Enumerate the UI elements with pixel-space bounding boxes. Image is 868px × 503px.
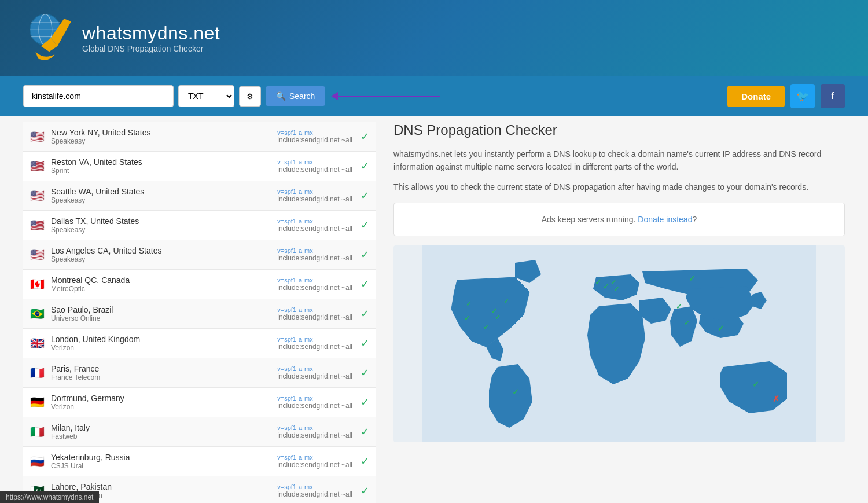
donate-link[interactable]: Donate instead bbox=[638, 215, 692, 224]
country-flag: 🇬🇧 bbox=[30, 338, 45, 348]
isp-name: Speakeasy bbox=[51, 137, 277, 145]
location-name: Los Angeles CA, United States bbox=[51, 246, 277, 255]
country-flag: 🇩🇪 bbox=[30, 397, 45, 407]
location-info: Dortmund, Germany Verizon bbox=[51, 394, 277, 411]
dns-main: v=spf1 a mx bbox=[277, 247, 352, 254]
location-name: Milan, Italy bbox=[51, 423, 277, 432]
country-flag: 🇺🇸 bbox=[30, 161, 45, 171]
arrow-line bbox=[336, 96, 440, 97]
svg-text:✓: ✓ bbox=[689, 274, 696, 283]
location-info: Milan, Italy Fastweb bbox=[51, 423, 277, 440]
twitter-button[interactable]: 🐦 bbox=[790, 84, 815, 108]
status-icon: ✓ bbox=[361, 130, 369, 143]
dns-values: v=spf1 a mx include:sendgrid.net ~all bbox=[277, 395, 352, 410]
facebook-button[interactable]: f bbox=[821, 84, 845, 108]
settings-button[interactable]: ⚙ bbox=[239, 86, 261, 107]
status-icon: ✓ bbox=[361, 425, 369, 438]
search-button[interactable]: 🔍 Search bbox=[266, 86, 325, 106]
record-type-select[interactable]: TXT A AAAA MX CNAME NS bbox=[178, 85, 234, 107]
svg-text:✓: ✓ bbox=[466, 300, 472, 308]
dns-secondary: include:sendgrid.net ~all bbox=[277, 195, 352, 203]
logo-icon bbox=[23, 10, 75, 65]
isp-name: MetroOptic bbox=[51, 285, 277, 293]
location-info: Dallas TX, United States Speakeasy bbox=[51, 216, 277, 234]
country-flag: 🇷🇺 bbox=[30, 456, 45, 467]
social-buttons: Donate 🐦 f bbox=[727, 84, 845, 108]
location-name: Sao Paulo, Brazil bbox=[51, 305, 277, 314]
svg-text:✓: ✓ bbox=[718, 324, 724, 333]
table-row: 🇮🇹 Milan, Italy Fastweb v=spf1 a mx incl… bbox=[23, 417, 376, 447]
dns-values: v=spf1 a mx include:sendgrid.net ~all bbox=[277, 188, 352, 203]
svg-text:✓: ✓ bbox=[503, 297, 509, 305]
status-url: https://www.whatsmydns.net bbox=[6, 493, 93, 501]
svg-text:✓: ✓ bbox=[613, 285, 619, 293]
location-name: Montreal QC, Canada bbox=[51, 276, 277, 285]
country-flag: 🇨🇦 bbox=[30, 279, 45, 289]
info-panel: DNS Propagation Checker whatsmydns.net l… bbox=[376, 122, 845, 503]
status-icon: ✓ bbox=[361, 455, 369, 468]
country-flag: 🇧🇷 bbox=[30, 309, 45, 319]
dns-values: v=spf1 a mx include:sendgrid.net ~all bbox=[277, 454, 352, 469]
dns-values: v=spf1 a mx include:sendgrid.net ~all bbox=[277, 218, 352, 233]
arrow-indicator bbox=[336, 96, 440, 97]
location-info: Sao Paulo, Brazil Universo Online bbox=[51, 305, 277, 322]
dns-secondary: include:sendgrid.net ~all bbox=[277, 431, 352, 439]
svg-text:✗: ✗ bbox=[773, 394, 779, 403]
dns-secondary: include:sendgrid.net ~all bbox=[277, 225, 352, 233]
location-info: Seattle WA, United States Speakeasy bbox=[51, 187, 277, 204]
dns-secondary: include:sendgrid.net ~all bbox=[277, 313, 352, 321]
table-row: 🇷🇺 Yekaterinburg, Russia CSJS Ural v=spf… bbox=[23, 447, 376, 476]
dns-main: v=spf1 a mx bbox=[277, 306, 352, 313]
isp-name: France Telecom bbox=[51, 373, 277, 381]
dns-secondary: include:sendgrid.net ~all bbox=[277, 166, 352, 174]
info-desc-1: whatsmydns.net lets you instantly perfor… bbox=[393, 148, 845, 174]
dns-secondary: include:sendgrid.net ~all bbox=[277, 402, 352, 410]
dns-values: v=spf1 a mx include:sendgrid.net ~all bbox=[277, 424, 352, 439]
donate-button[interactable]: Donate bbox=[727, 86, 785, 107]
status-icon: ✓ bbox=[361, 248, 369, 261]
svg-text:✓: ✓ bbox=[752, 380, 759, 389]
location-name: Paris, France bbox=[51, 364, 277, 373]
dns-main: v=spf1 a mx bbox=[277, 159, 352, 166]
location-info: London, United Kingdom Verizon bbox=[51, 335, 277, 352]
twitter-icon: 🐦 bbox=[796, 90, 809, 102]
dns-main: v=spf1 a mx bbox=[277, 188, 352, 195]
isp-name: Sprint bbox=[51, 167, 277, 175]
location-name: New York NY, United States bbox=[51, 128, 277, 137]
country-flag: 🇺🇸 bbox=[30, 190, 45, 201]
isp-name: Fastweb bbox=[51, 432, 277, 440]
search-bar: TXT A AAAA MX CNAME NS ⚙ 🔍 Search Donate… bbox=[0, 76, 868, 116]
dns-values: v=spf1 a mx include:sendgrid.net ~all bbox=[277, 336, 352, 351]
dns-values: v=spf1 a mx include:sendgrid.net ~all bbox=[277, 483, 352, 498]
map-svg: ✓ ✓ ✓ ✓ ✓ ✓ ✓ ✓ ✓ ✓ ✓ bbox=[393, 245, 845, 442]
dns-secondary: include:sendgrid.net ~all bbox=[277, 461, 352, 469]
status-bar: https://www.whatsmydns.net bbox=[0, 491, 99, 503]
dns-values: v=spf1 a mx include:sendgrid.net ~all bbox=[277, 365, 352, 380]
table-row: 🇺🇸 Reston VA, United States Sprint v=spf… bbox=[23, 152, 376, 181]
location-info: Montreal QC, Canada MetroOptic bbox=[51, 276, 277, 293]
status-icon: ✓ bbox=[361, 337, 369, 350]
dns-values: v=spf1 a mx include:sendgrid.net ~all bbox=[277, 159, 352, 174]
location-name: Yekaterinburg, Russia bbox=[51, 453, 277, 462]
header: whatsmydns.net Global DNS Propagation Ch… bbox=[0, 0, 868, 76]
search-input[interactable] bbox=[23, 85, 174, 107]
svg-text:✓: ✓ bbox=[676, 303, 682, 311]
location-info: Los Angeles CA, United States Speakeasy bbox=[51, 246, 277, 263]
gear-icon: ⚙ bbox=[247, 92, 253, 101]
table-row: 🇩🇪 Dortmund, Germany Verizon v=spf1 a mx… bbox=[23, 388, 376, 417]
location-name: Dortmund, Germany bbox=[51, 394, 277, 403]
dns-main: v=spf1 a mx bbox=[277, 454, 352, 461]
site-tagline: Global DNS Propagation Checker bbox=[82, 44, 220, 53]
table-row: 🇺🇸 Los Angeles CA, United States Speakea… bbox=[23, 240, 376, 270]
isp-name: Verizon bbox=[51, 344, 277, 352]
results-panel: 🇺🇸 New York NY, United States Speakeasy … bbox=[23, 122, 376, 503]
dns-secondary: include:sendgrid.net ~all bbox=[277, 372, 352, 380]
info-title: DNS Propagation Checker bbox=[393, 122, 845, 138]
location-name: London, United Kingdom bbox=[51, 335, 277, 344]
dns-main: v=spf1 a mx bbox=[277, 218, 352, 225]
status-icon: ✓ bbox=[361, 484, 369, 497]
dns-secondary: include:sendgrid.net ~all bbox=[277, 490, 352, 498]
isp-name: Verizon bbox=[51, 403, 277, 411]
location-info: Yekaterinburg, Russia CSJS Ural bbox=[51, 453, 277, 470]
location-info: Paris, France France Telecom bbox=[51, 364, 277, 381]
